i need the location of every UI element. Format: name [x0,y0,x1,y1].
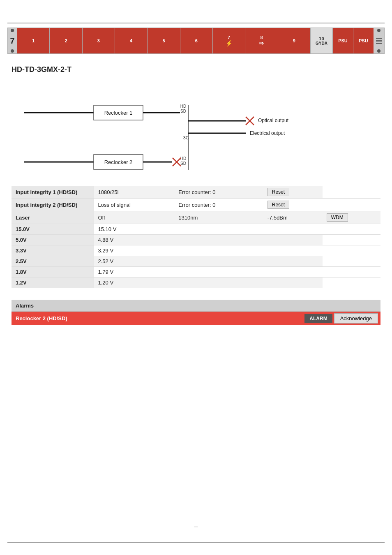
row-val1: 1.20 V [94,278,174,288]
slot-7-label: 7 [228,35,230,40]
row-label: 15.0V [12,224,94,235]
top-rule [7,23,385,23]
svg-text:Reclocker 2: Reclocker 2 [104,159,133,165]
slot-bar-right-end [374,28,384,53]
table-row: Laser Off 1310nm -7.5dBm WDM [12,211,380,224]
slot-8[interactable]: 8 ⇒ [245,28,277,53]
slot-bar: 7 1 2 3 4 5 6 7 ⚡ 8 ⇒ 9 10 GYDA PSU [7,28,385,54]
signal-diagram: Reclocker 1 HD SD 3G HD SD Optical outpu… [12,84,291,178]
slot-number-left: 7 [8,28,17,53]
slot-dot-top-right [377,29,380,32]
slot-3[interactable]: 3 [82,28,115,53]
svg-text:HD: HD [180,156,186,161]
svg-text:SD: SD [180,109,186,113]
row-label: 1.2V [12,278,94,288]
reset-button-2[interactable]: Reset [267,201,289,209]
svg-text:Reclocker 1: Reclocker 1 [104,110,133,116]
bottom-rule [7,542,385,543]
alarms-header: Alarms [12,300,380,312]
alarm-badge: ALARM [304,314,332,323]
main-content: HD-TD-3GMX-2-T Reclocker 1 HD SD 3G HD S… [0,54,392,333]
svg-text:Electrical output: Electrical output [250,130,285,136]
slot-5[interactable]: 5 [147,28,180,53]
row-val1: 1080/25i [94,186,174,199]
row-val2: 1310nm [174,211,263,224]
row-val3: -7.5dBm [263,211,323,224]
slot-4[interactable]: 4 [115,28,147,53]
table-row: 1.8V 1.79 V [12,267,380,278]
slot-6[interactable]: 6 [180,28,212,53]
acknowledge-button[interactable]: Acknowledge [334,313,378,324]
row-val1: 3.29 V [94,245,174,256]
slot-10-gyda[interactable]: 10 GYDA [310,28,332,53]
slot-dot-bottom-right [377,49,380,53]
slot-dot-top [11,29,14,32]
row-label: Laser [12,211,94,224]
row-label: 1.8V [12,267,94,278]
svg-text:HD: HD [180,104,186,109]
slot-9[interactable]: 9 [278,28,310,53]
row-val2: Error counter: 0 [174,186,263,199]
row-wdm-cell: WDM [323,211,380,224]
slot-2[interactable]: 2 [49,28,82,53]
slot-7-icon: ⚡ [226,40,233,46]
row-val1: Off [94,211,174,224]
info-table: Input integrity 1 (HD/SD) 1080/25i Error… [12,186,380,288]
gyda-label: GYDA [316,41,327,46]
reset-button-1[interactable]: Reset [267,188,289,196]
svg-text:SD: SD [180,161,186,166]
row-label: 2.5V [12,256,94,267]
table-row: 3.3V 3.29 V [12,245,380,256]
slot-5-label: 5 [162,38,165,43]
slot-8-icon: ⇒ [259,40,264,46]
row-val1: Loss of signal [94,199,174,211]
slot-2-label: 2 [65,38,67,43]
slot-6-label: 6 [195,38,198,43]
svg-text:Optical output: Optical output [258,118,289,123]
alarm-name: Reclocker 2 (HD/SD) [12,314,304,323]
slot-psu1[interactable]: PSU [332,28,353,53]
slot-7[interactable]: 7 ⚡ [212,28,245,53]
psu2-label: PSU [359,38,368,43]
slot-9-label: 9 [293,38,295,43]
row-val1: 4.88 V [94,235,174,245]
table-row: Input integrity 1 (HD/SD) 1080/25i Error… [12,186,380,199]
psu1-label: PSU [338,38,348,43]
row-label: Input integrity 1 (HD/SD) [12,186,94,199]
row-reset-cell: Reset [263,199,323,211]
slot-3-label: 3 [97,38,100,43]
slot-1[interactable]: 1 [17,28,49,53]
page-title: HD-TD-3GMX-2-T [12,65,380,74]
table-row: 2.5V 2.52 V [12,256,380,267]
alarm-row: Reclocker 2 (HD/SD) ALARM Acknowledge [12,312,380,325]
row-val1: 1.79 V [94,267,174,278]
row-reset-cell: Reset [263,186,323,199]
slot-1-label: 1 [32,38,35,43]
table-row: 15.0V 15.10 V [12,224,380,235]
row-label: 3.3V [12,245,94,256]
table-row: 1.2V 1.20 V [12,278,380,288]
slot-big-number: 7 [10,37,14,45]
table-row: Input integrity 2 (HD/SD) Loss of signal… [12,199,380,211]
row-val2: Error counter: 0 [174,199,263,211]
slot-dot-bottom [11,49,14,53]
row-label: Input integrity 2 (HD/SD) [12,199,94,211]
row-val1: 2.52 V [94,256,174,267]
alarms-section: Alarms Reclocker 2 (HD/SD) ALARM Acknowl… [12,300,380,325]
table-row: 5.0V 4.88 V [12,235,380,245]
slot-psu2[interactable]: PSU [353,28,374,53]
slot-lines [375,36,383,46]
page-dash: – [194,523,198,530]
slot-8-label: 8 [260,35,263,40]
row-label: 5.0V [12,235,94,245]
row-val1: 15.10 V [94,224,174,235]
slot-4-label: 4 [130,38,132,43]
wdm-button[interactable]: WDM [327,213,348,222]
diagram-svg: Reclocker 1 HD SD 3G HD SD Optical outpu… [12,84,291,178]
